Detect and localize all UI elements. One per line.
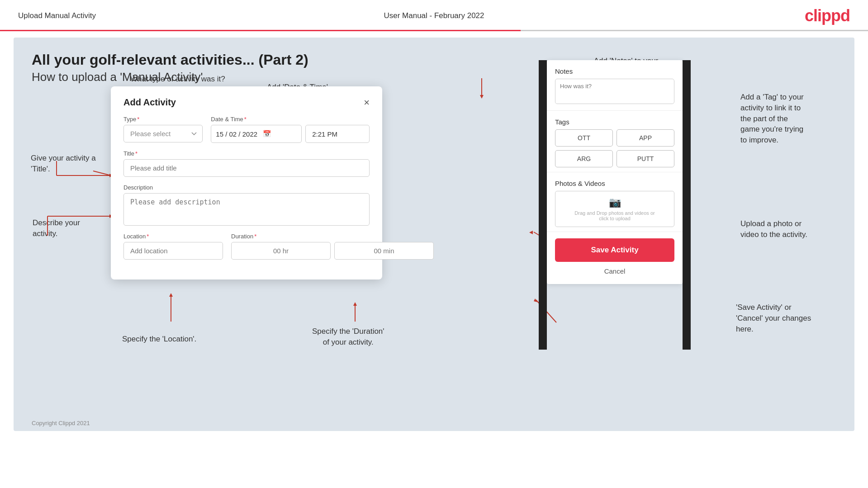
svg-line-6 [93,171,111,175]
location-group: Location* [123,233,223,260]
time-value: 2:21 PM [312,130,337,138]
top-divider [0,30,868,31]
location-input[interactable] [123,242,223,260]
duration-label: Duration* [231,233,434,240]
photos-label: Photos & Videos [555,180,674,187]
type-select[interactable]: Please select [123,125,203,142]
copyright: Copyright Clippd 2021 [32,420,90,426]
tag-ott[interactable]: OTT [555,129,613,147]
camera-icon: 📷 [609,197,621,208]
svg-marker-17 [353,302,357,306]
photos-upload-area[interactable]: 📷 Drag and Drop photos and videos or cli… [555,191,674,227]
notes-label: Notes [555,67,674,75]
photos-section: Photos & Videos 📷 Drag and Drop photos a… [547,172,683,232]
calendar-icon: 📅 [263,130,271,138]
svg-marker-15 [169,293,173,297]
type-label: Type* [123,116,203,123]
title-group: Title* [123,150,370,177]
phone-bar-left [539,60,547,350]
tag-putt[interactable]: PUTT [617,150,674,167]
duration-group: Duration* [231,233,434,260]
tags-grid: OTT APP ARG PUTT [555,129,674,167]
duration-hr-input[interactable] [231,242,331,260]
main-content: All your golf-relevant activities... (Pa… [14,38,854,431]
svg-marker-25 [534,298,537,302]
top-bar: Upload Manual Activity User Manual - Feb… [0,0,868,30]
annotation-location: Specify the 'Location'. [122,334,196,345]
date-value: 15 / 02 / 2022 [216,130,257,138]
date-input[interactable]: 15 / 02 / 2022 📅 [211,125,302,143]
form-row-type-datetime: Type* Please select Date & Time* 15 / 02… [123,116,370,143]
tags-section: Tags OTT APP ARG PUTT [547,111,683,172]
annotation-tag: Add a 'Tag' to your activity to link it … [740,92,844,146]
photos-instruction: Drag and Drop photos and videos or click… [574,210,655,221]
notes-input[interactable] [555,79,674,104]
annotation-duration: Specify the 'Duration' of your activity. [312,326,384,348]
description-group: Description [123,184,370,226]
annotation-photo: Upload a photo or video to the activity. [740,218,844,240]
tag-app[interactable]: APP [617,129,674,147]
title-input[interactable] [123,159,370,177]
svg-marker-23 [529,231,533,234]
description-input[interactable] [123,193,370,226]
duration-inputs [231,242,434,260]
annotation-save-cancel: 'Save Activity' or 'Cancel' your changes… [736,302,844,334]
time-input[interactable]: 2:21 PM [305,125,370,143]
manual-title: User Manual - February 2022 [384,11,484,20]
dialog-close-button[interactable]: × [364,98,370,108]
phone-bar-right [683,60,691,350]
phone-panel: Notes Tags OTT APP ARG PUTT Photos & Vid… [547,60,683,284]
form-row-location-duration: Location* Duration* [123,233,370,260]
tags-label: Tags [555,118,674,126]
svg-marker-19 [480,95,484,99]
notes-section: Notes [547,60,683,111]
datetime-inputs: 15 / 02 / 2022 📅 2:21 PM [211,125,370,143]
title-label: Title* [123,150,370,157]
location-label: Location* [123,233,223,240]
add-activity-dialog: Add Activity × Type* Please select Date … [111,86,382,280]
dialog-title: Add Activity [123,97,176,108]
datetime-label: Date & Time* [211,116,370,123]
tag-arg[interactable]: ARG [555,150,613,167]
logo: clippd [805,6,850,25]
save-activity-button[interactable]: Save Activity [555,238,674,262]
description-label: Description [123,184,370,191]
datetime-group: Date & Time* 15 / 02 / 2022 📅 2:21 PM [211,116,370,143]
dialog-header: Add Activity × [123,97,370,108]
annotation-describe: Describe your activity. [33,218,80,239]
page-title: Upload Manual Activity [18,11,96,20]
cancel-button[interactable]: Cancel [547,262,683,280]
heading-title: All your golf-relevant activities... (Pa… [32,51,836,68]
annotation-title: Give your activity a 'Title'. [31,153,96,175]
duration-min-input[interactable] [334,242,434,260]
type-group: Type* Please select [123,116,203,143]
